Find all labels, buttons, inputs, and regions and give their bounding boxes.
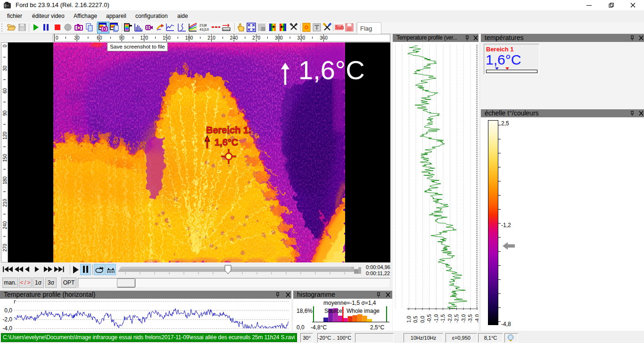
svg-text:90: 90 <box>119 35 125 41</box>
svg-text:-4,8: -4,8 <box>501 321 511 327</box>
svg-text:120: 120 <box>140 35 148 41</box>
svg-text:240: 240 <box>230 35 238 41</box>
svg-text:180: 180 <box>185 35 193 41</box>
svg-text:-4,0: -4,0 <box>2 325 12 331</box>
svg-text:-1,2: -1,2 <box>501 222 511 229</box>
svg-text:240: 240 <box>2 221 8 229</box>
svg-text:Bereich 1:: Bereich 1: <box>206 125 252 135</box>
svg-text:150: 150 <box>163 35 171 41</box>
svg-text:0: 0 <box>56 35 58 41</box>
svg-text:300: 300 <box>275 35 283 41</box>
svg-text:-3,0: -3,0 <box>461 314 466 323</box>
svg-text:-1,5: -1,5 <box>440 314 446 323</box>
svg-text:210: 210 <box>207 35 215 41</box>
svg-text:270: 270 <box>252 35 260 41</box>
svg-text:-3,5: -3,5 <box>467 314 473 323</box>
svg-text:150: 150 <box>2 154 8 162</box>
svg-text:Sub: Sub <box>335 25 344 30</box>
svg-text:-2,5: -2,5 <box>454 314 459 323</box>
svg-text:1,6°C: 1,6°C <box>215 137 238 147</box>
svg-text:1,0: 1,0 <box>406 316 412 323</box>
svg-text:330: 330 <box>297 35 305 41</box>
svg-text:2,5: 2,5 <box>501 120 509 127</box>
svg-text:30: 30 <box>74 35 80 41</box>
svg-text:-1,0: -1,0 <box>433 314 439 323</box>
svg-text:1,6°C: 1,6°C <box>298 55 365 85</box>
svg-text:120: 120 <box>2 131 8 139</box>
svg-text:0: 0 <box>2 44 8 47</box>
svg-text:-4,0: -4,0 <box>474 314 479 323</box>
svg-text:0,0: 0,0 <box>420 316 425 323</box>
svg-text:41|10: 41|10 <box>199 27 209 32</box>
svg-text:270: 270 <box>2 244 8 252</box>
svg-text:60: 60 <box>97 35 102 41</box>
svg-text:90: 90 <box>2 110 8 116</box>
svg-text:0,0: 0,0 <box>4 307 12 314</box>
svg-text:-2,0: -2,0 <box>447 314 453 323</box>
svg-text:0,5: 0,5 <box>413 316 418 323</box>
svg-text:21|8: 21|8 <box>199 23 207 27</box>
svg-text:180: 180 <box>2 176 8 184</box>
svg-text:210: 210 <box>2 199 8 207</box>
svg-text:30: 30 <box>2 65 8 71</box>
svg-text:-2,0: -2,0 <box>2 316 12 323</box>
svg-text:-0,5: -0,5 <box>426 314 432 323</box>
svg-text:360: 360 <box>320 35 328 41</box>
svg-text:60: 60 <box>2 88 8 94</box>
